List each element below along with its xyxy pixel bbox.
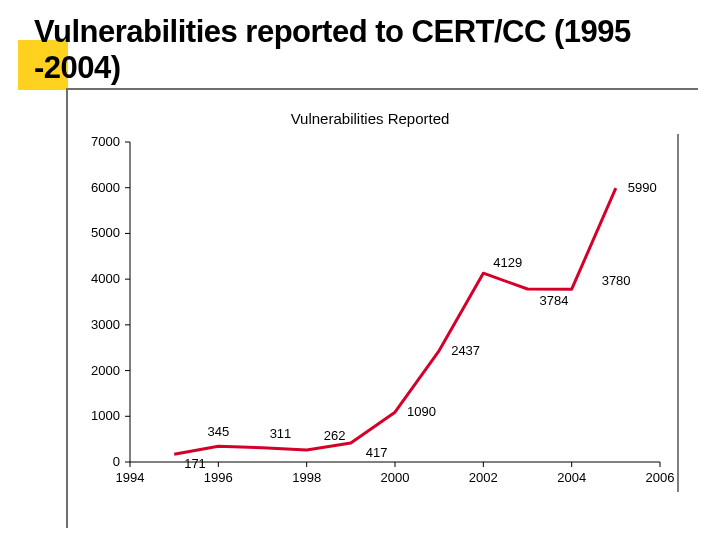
y-tick-label: 1000: [91, 408, 120, 423]
x-tick-label: 2004: [557, 470, 586, 485]
chart-plot: 0100020003000400050006000700019941996199…: [60, 132, 680, 502]
y-tick-label: 3000: [91, 317, 120, 332]
data-label: 345: [207, 424, 229, 439]
x-tick-label: 1998: [292, 470, 321, 485]
y-tick-label: 2000: [91, 363, 120, 378]
x-tick-label: 2002: [469, 470, 498, 485]
x-tick-label: 1996: [204, 470, 233, 485]
x-tick-label: 2000: [381, 470, 410, 485]
data-label: 1090: [407, 404, 436, 419]
y-tick-label: 0: [113, 454, 120, 469]
slide-title: Vulnerabilities reported to CERT/CC (199…: [34, 14, 674, 85]
y-tick-label: 7000: [91, 134, 120, 149]
data-label: 5990: [628, 180, 657, 195]
data-label: 171: [184, 456, 206, 471]
y-tick-label: 5000: [91, 225, 120, 240]
data-label: 311: [270, 426, 292, 441]
x-tick-label: 2006: [646, 470, 675, 485]
data-label: 2437: [451, 343, 480, 358]
data-label: 262: [324, 428, 346, 443]
data-label: 417: [366, 445, 388, 460]
slide: Vulnerabilities reported to CERT/CC (199…: [0, 0, 720, 540]
data-label: 3780: [602, 273, 631, 288]
chart: Vulnerabilities Reported 010002000300040…: [60, 110, 680, 510]
accent-horiz-rule: [68, 88, 698, 90]
y-tick-label: 6000: [91, 180, 120, 195]
data-label: 3784: [540, 293, 569, 308]
x-tick-label: 1994: [116, 470, 145, 485]
y-tick-label: 4000: [91, 271, 120, 286]
data-label: 4129: [493, 255, 522, 270]
series-line: [174, 188, 616, 454]
chart-title: Vulnerabilities Reported: [60, 110, 680, 127]
